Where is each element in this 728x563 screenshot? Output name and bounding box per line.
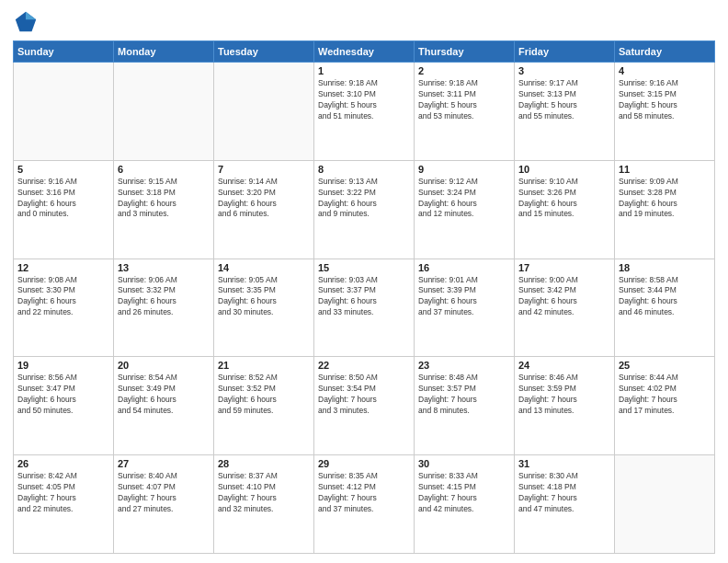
day-cell-21: 21Sunrise: 8:52 AM Sunset: 3:52 PM Dayli… — [214, 357, 314, 455]
day-cell-19: 19Sunrise: 8:56 AM Sunset: 3:47 PM Dayli… — [14, 357, 114, 455]
day-number: 9 — [418, 164, 510, 175]
day-number: 27 — [118, 458, 210, 469]
day-number: 14 — [218, 262, 310, 273]
day-number: 5 — [17, 164, 109, 175]
day-info: Sunrise: 9:03 AM Sunset: 3:37 PM Dayligh… — [318, 275, 410, 319]
week-row-1: 1Sunrise: 9:18 AM Sunset: 3:10 PM Daylig… — [14, 63, 715, 161]
day-info: Sunrise: 9:18 AM Sunset: 3:10 PM Dayligh… — [318, 78, 410, 122]
day-cell-29: 29Sunrise: 8:35 AM Sunset: 4:12 PM Dayli… — [314, 455, 415, 554]
day-info: Sunrise: 9:15 AM Sunset: 3:18 PM Dayligh… — [118, 177, 210, 221]
day-info: Sunrise: 9:06 AM Sunset: 3:32 PM Dayligh… — [118, 275, 210, 319]
weekday-header-friday: Friday — [515, 41, 615, 63]
day-number: 18 — [619, 262, 711, 273]
day-info: Sunrise: 8:54 AM Sunset: 3:49 PM Dayligh… — [118, 373, 210, 417]
calendar-table: SundayMondayTuesdayWednesdayThursdayFrid… — [13, 40, 715, 554]
day-number: 8 — [318, 164, 410, 175]
day-cell-22: 22Sunrise: 8:50 AM Sunset: 3:54 PM Dayli… — [314, 357, 415, 455]
day-info: Sunrise: 9:18 AM Sunset: 3:11 PM Dayligh… — [418, 78, 510, 122]
day-number: 2 — [418, 65, 510, 76]
day-cell-8: 8Sunrise: 9:13 AM Sunset: 3:22 PM Daylig… — [314, 160, 415, 259]
day-cell-12: 12Sunrise: 9:08 AM Sunset: 3:30 PM Dayli… — [14, 259, 114, 357]
day-cell-24: 24Sunrise: 8:46 AM Sunset: 3:59 PM Dayli… — [515, 357, 615, 455]
day-cell-17: 17Sunrise: 9:00 AM Sunset: 3:42 PM Dayli… — [515, 259, 615, 357]
day-cell-2: 2Sunrise: 9:18 AM Sunset: 3:11 PM Daylig… — [415, 63, 515, 161]
day-info: Sunrise: 9:17 AM Sunset: 3:13 PM Dayligh… — [518, 78, 610, 122]
day-cell-26: 26Sunrise: 8:42 AM Sunset: 4:05 PM Dayli… — [14, 455, 114, 554]
logo-icon — [13, 9, 39, 35]
day-info: Sunrise: 8:44 AM Sunset: 4:02 PM Dayligh… — [619, 373, 711, 417]
day-number: 13 — [118, 262, 210, 273]
day-info: Sunrise: 8:40 AM Sunset: 4:07 PM Dayligh… — [118, 471, 210, 515]
day-cell-31: 31Sunrise: 8:30 AM Sunset: 4:18 PM Dayli… — [515, 455, 615, 554]
logo — [13, 9, 42, 35]
day-number: 30 — [418, 458, 510, 469]
day-number: 11 — [619, 164, 711, 175]
day-cell-5: 5Sunrise: 9:16 AM Sunset: 3:16 PM Daylig… — [14, 160, 114, 259]
day-cell-4: 4Sunrise: 9:16 AM Sunset: 3:15 PM Daylig… — [615, 63, 715, 161]
day-info: Sunrise: 9:01 AM Sunset: 3:39 PM Dayligh… — [418, 275, 510, 319]
day-info: Sunrise: 9:12 AM Sunset: 3:24 PM Dayligh… — [418, 177, 510, 221]
day-cell-10: 10Sunrise: 9:10 AM Sunset: 3:26 PM Dayli… — [515, 160, 615, 259]
day-info: Sunrise: 8:35 AM Sunset: 4:12 PM Dayligh… — [318, 471, 410, 515]
weekday-header-tuesday: Tuesday — [214, 41, 314, 63]
day-info: Sunrise: 8:42 AM Sunset: 4:05 PM Dayligh… — [17, 471, 109, 515]
day-info: Sunrise: 8:37 AM Sunset: 4:10 PM Dayligh… — [218, 471, 310, 515]
day-number: 25 — [619, 360, 711, 371]
day-number: 10 — [518, 164, 610, 175]
day-info: Sunrise: 9:16 AM Sunset: 3:16 PM Dayligh… — [17, 177, 109, 221]
day-cell-18: 18Sunrise: 8:58 AM Sunset: 3:44 PM Dayli… — [615, 259, 715, 357]
day-number: 31 — [518, 458, 610, 469]
day-info: Sunrise: 9:13 AM Sunset: 3:22 PM Dayligh… — [318, 177, 410, 221]
day-info: Sunrise: 9:10 AM Sunset: 3:26 PM Dayligh… — [518, 177, 610, 221]
day-number: 15 — [318, 262, 410, 273]
day-number: 6 — [118, 164, 210, 175]
day-cell-6: 6Sunrise: 9:15 AM Sunset: 3:18 PM Daylig… — [114, 160, 214, 259]
day-cell-28: 28Sunrise: 8:37 AM Sunset: 4:10 PM Dayli… — [214, 455, 314, 554]
day-number: 7 — [218, 164, 310, 175]
day-number: 16 — [418, 262, 510, 273]
week-row-5: 26Sunrise: 8:42 AM Sunset: 4:05 PM Dayli… — [14, 455, 715, 554]
day-number: 20 — [118, 360, 210, 371]
day-cell-25: 25Sunrise: 8:44 AM Sunset: 4:02 PM Dayli… — [615, 357, 715, 455]
day-cell-23: 23Sunrise: 8:48 AM Sunset: 3:57 PM Dayli… — [415, 357, 515, 455]
weekday-header-wednesday: Wednesday — [314, 41, 415, 63]
weekday-header-sunday: Sunday — [14, 41, 114, 63]
day-info: Sunrise: 9:08 AM Sunset: 3:30 PM Dayligh… — [17, 275, 109, 319]
week-row-3: 12Sunrise: 9:08 AM Sunset: 3:30 PM Dayli… — [14, 259, 715, 357]
day-cell-9: 9Sunrise: 9:12 AM Sunset: 3:24 PM Daylig… — [415, 160, 515, 259]
day-cell-11: 11Sunrise: 9:09 AM Sunset: 3:28 PM Dayli… — [615, 160, 715, 259]
day-cell-3: 3Sunrise: 9:17 AM Sunset: 3:13 PM Daylig… — [515, 63, 615, 161]
day-number: 17 — [518, 262, 610, 273]
day-info: Sunrise: 9:05 AM Sunset: 3:35 PM Dayligh… — [218, 275, 310, 319]
day-cell-15: 15Sunrise: 9:03 AM Sunset: 3:37 PM Dayli… — [314, 259, 415, 357]
day-number: 26 — [17, 458, 109, 469]
day-info: Sunrise: 9:09 AM Sunset: 3:28 PM Dayligh… — [619, 177, 711, 221]
day-info: Sunrise: 8:46 AM Sunset: 3:59 PM Dayligh… — [518, 373, 610, 417]
empty-cell — [14, 63, 114, 161]
header — [13, 9, 715, 35]
day-info: Sunrise: 9:14 AM Sunset: 3:20 PM Dayligh… — [218, 177, 310, 221]
day-info: Sunrise: 8:33 AM Sunset: 4:15 PM Dayligh… — [418, 471, 510, 515]
day-number: 24 — [518, 360, 610, 371]
svg-marker-1 — [26, 12, 36, 19]
day-info: Sunrise: 8:48 AM Sunset: 3:57 PM Dayligh… — [418, 373, 510, 417]
day-info: Sunrise: 9:16 AM Sunset: 3:15 PM Dayligh… — [619, 78, 711, 122]
day-info: Sunrise: 8:52 AM Sunset: 3:52 PM Dayligh… — [218, 373, 310, 417]
day-number: 29 — [318, 458, 410, 469]
day-info: Sunrise: 8:30 AM Sunset: 4:18 PM Dayligh… — [518, 471, 610, 515]
week-row-4: 19Sunrise: 8:56 AM Sunset: 3:47 PM Dayli… — [14, 357, 715, 455]
day-cell-1: 1Sunrise: 9:18 AM Sunset: 3:10 PM Daylig… — [314, 63, 415, 161]
day-info: Sunrise: 9:00 AM Sunset: 3:42 PM Dayligh… — [518, 275, 610, 319]
day-cell-27: 27Sunrise: 8:40 AM Sunset: 4:07 PM Dayli… — [114, 455, 214, 554]
weekday-header-saturday: Saturday — [615, 41, 715, 63]
day-cell-7: 7Sunrise: 9:14 AM Sunset: 3:20 PM Daylig… — [214, 160, 314, 259]
day-info: Sunrise: 8:50 AM Sunset: 3:54 PM Dayligh… — [318, 373, 410, 417]
weekday-header-row: SundayMondayTuesdayWednesdayThursdayFrid… — [14, 41, 715, 63]
page: SundayMondayTuesdayWednesdayThursdayFrid… — [0, 0, 728, 563]
week-row-2: 5Sunrise: 9:16 AM Sunset: 3:16 PM Daylig… — [14, 160, 715, 259]
day-number: 3 — [518, 65, 610, 76]
day-info: Sunrise: 8:56 AM Sunset: 3:47 PM Dayligh… — [17, 373, 109, 417]
day-number: 12 — [17, 262, 109, 273]
day-cell-16: 16Sunrise: 9:01 AM Sunset: 3:39 PM Dayli… — [415, 259, 515, 357]
day-number: 4 — [619, 65, 711, 76]
